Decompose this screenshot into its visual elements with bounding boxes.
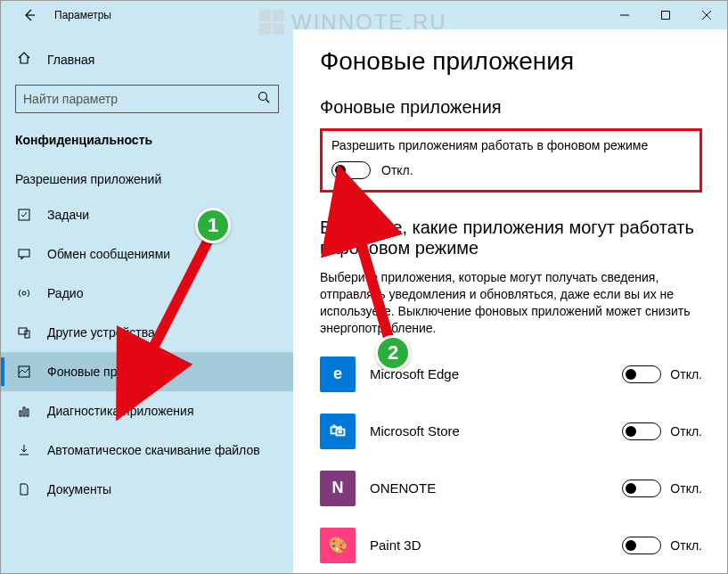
app-name: Paint 3D bbox=[370, 537, 622, 553]
sidebar-item-label: Диагностика приложения bbox=[47, 404, 193, 418]
app-list: e Microsoft Edge Откл. 🛍 Microsoft Store… bbox=[320, 357, 702, 563]
section2-description: Выберите приложения, которые могут получ… bbox=[320, 269, 694, 337]
sidebar-item-other-devices[interactable]: Другие устройства bbox=[1, 313, 293, 352]
sidebar-item-label: Радио bbox=[47, 286, 83, 300]
master-toggle-label: Откл. bbox=[381, 163, 413, 177]
app-icon-onenote: N bbox=[320, 471, 356, 506]
sidebar-item-auto-download[interactable]: Автоматическое скачивание файлов bbox=[1, 430, 293, 470]
master-toggle[interactable] bbox=[331, 161, 371, 179]
sidebar-item-label: Обмен сообщениями bbox=[47, 247, 170, 261]
home-link[interactable]: Главная bbox=[1, 42, 293, 78]
maximize-button[interactable] bbox=[645, 1, 686, 29]
app-icon-edge: e bbox=[320, 357, 356, 392]
background-apps-icon bbox=[15, 365, 33, 379]
sidebar-item-label: Задачи bbox=[47, 208, 89, 222]
search-box[interactable] bbox=[15, 85, 279, 113]
close-button[interactable] bbox=[686, 1, 727, 29]
svg-line-6 bbox=[266, 100, 270, 103]
window-title: Параметры bbox=[54, 9, 111, 21]
back-button[interactable] bbox=[12, 1, 47, 29]
app-name: ONENOTE bbox=[370, 480, 622, 496]
section2-heading: Выберите, какие приложения могут работат… bbox=[320, 217, 702, 258]
app-name: Microsoft Store bbox=[370, 423, 622, 439]
svg-rect-2 bbox=[662, 12, 670, 20]
app-row: 🎨 Paint 3D Откл. bbox=[320, 528, 702, 563]
sidebar-item-label: Документы bbox=[47, 482, 111, 496]
svg-rect-14 bbox=[23, 407, 25, 416]
app-toggle-label: Откл. bbox=[670, 538, 702, 553]
svg-rect-8 bbox=[19, 250, 29, 257]
messaging-icon bbox=[15, 247, 33, 261]
sidebar-item-documents[interactable]: Документы bbox=[1, 470, 293, 509]
tasks-icon bbox=[15, 208, 33, 222]
app-icon-store: 🛍 bbox=[320, 414, 356, 449]
sidebar-item-background-apps[interactable]: Фоновые приложения bbox=[1, 352, 293, 391]
app-row: N ONENOTE Откл. bbox=[320, 471, 702, 506]
radio-icon bbox=[15, 286, 33, 300]
search-icon bbox=[257, 90, 271, 108]
minimize-button[interactable] bbox=[604, 1, 645, 29]
section1-heading: Фоновые приложения bbox=[320, 97, 702, 118]
app-toggle-label: Откл. bbox=[670, 481, 702, 496]
sidebar-item-app-diagnostics[interactable]: Диагностика приложения bbox=[1, 391, 293, 430]
highlight-box: Разрешить приложениям работать в фоновом… bbox=[320, 128, 702, 193]
sidebar-item-tasks[interactable]: Задачи bbox=[1, 195, 293, 234]
home-icon bbox=[15, 51, 33, 69]
app-name: Microsoft Edge bbox=[370, 366, 622, 381]
sidebar-item-messaging[interactable]: Обмен сообщениями bbox=[1, 234, 293, 274]
svg-rect-15 bbox=[27, 409, 29, 416]
setting-description: Разрешить приложениям работать в фоновом… bbox=[331, 138, 691, 152]
svg-point-5 bbox=[259, 93, 267, 101]
svg-rect-13 bbox=[20, 411, 21, 416]
sidebar-item-label: Другие устройства bbox=[47, 325, 155, 340]
titlebar: Параметры bbox=[1, 1, 727, 29]
app-toggle[interactable] bbox=[622, 480, 661, 497]
app-row: 🛍 Microsoft Store Откл. bbox=[320, 414, 702, 449]
app-toggle[interactable] bbox=[622, 537, 661, 554]
app-row: e Microsoft Edge Откл. bbox=[320, 357, 702, 392]
sidebar-item-radio[interactable]: Радио bbox=[1, 274, 293, 313]
section-title: Конфиденциальность bbox=[1, 124, 293, 156]
sidebar: Главная Конфиденциальность Разрешения пр… bbox=[1, 29, 293, 573]
app-toggle[interactable] bbox=[622, 365, 661, 383]
subsection-title: Разрешения приложений bbox=[1, 156, 293, 195]
app-toggle-label: Откл. bbox=[670, 424, 702, 439]
home-label: Главная bbox=[47, 53, 94, 67]
search-input[interactable] bbox=[23, 92, 257, 106]
app-icon-paint3d: 🎨 bbox=[320, 528, 356, 563]
main-content: Фоновые приложения Фоновые приложения Ра… bbox=[293, 29, 727, 573]
settings-window: Параметры Главная Конфиденциальность Раз… bbox=[0, 0, 728, 574]
svg-point-9 bbox=[22, 291, 26, 295]
documents-icon bbox=[15, 482, 33, 496]
devices-icon bbox=[15, 325, 33, 340]
app-toggle[interactable] bbox=[622, 422, 661, 440]
page-title: Фоновые приложения bbox=[320, 47, 702, 76]
sidebar-item-label: Фоновые приложения bbox=[47, 365, 175, 379]
app-toggle-label: Откл. bbox=[670, 367, 702, 381]
sidebar-item-label: Автоматическое скачивание файлов bbox=[47, 443, 260, 457]
diagnostics-icon bbox=[15, 404, 33, 418]
download-icon bbox=[15, 443, 33, 457]
